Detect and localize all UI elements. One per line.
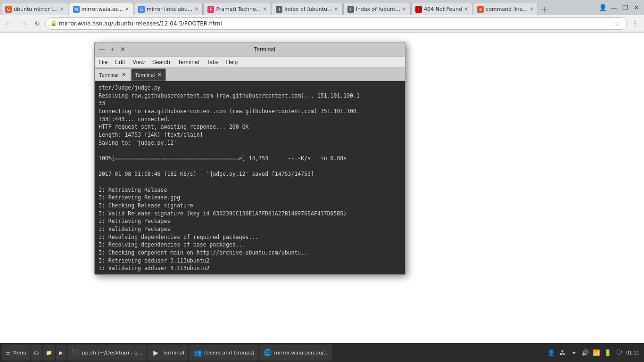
browser-close-button[interactable]: ✕ [631,2,642,13]
tab-favicon-8: a [477,6,484,13]
reload-button[interactable]: ↻ [31,17,43,30]
browser-profile-icon[interactable]: 👤 [597,2,608,13]
tray-user-icon[interactable]: 👤 [547,348,555,357]
taskbar-item-label-2: [Users and Groups] [204,350,254,356]
back-button[interactable]: ← [3,17,15,30]
tray-battery-icon[interactable]: 🔋 [603,348,612,357]
taskbar: ☰ Menu 🗂 📁 ▶ ⬛ pp.sh (~/Desktop) - g...▶… [0,343,644,362]
tab-close-7[interactable]: ✕ [464,6,468,12]
taskbar-item-icon-3: 🌐 [263,348,272,357]
address-text: mirror.waia.asn.au/ubuntu-releases/12.04… [59,20,612,27]
tray-network-icon[interactable]: 🖧 [558,348,567,357]
taskbar-item-label-0: pp.sh (~/Desktop) - g... [82,350,143,356]
taskbar-item-0[interactable]: ⬛ pp.sh (~/Desktop) - g... [67,345,147,361]
tab-5[interactable]: I Index of /ubuntu... ✕ [272,3,342,15]
tab-1[interactable]: G ubuntu mirror l... ✕ [1,3,68,15]
terminal-menu-tabs[interactable]: Tabs [203,57,222,67]
taskbar-item-icon-1: ▶ [151,348,161,357]
terminal-tabs: Terminal ✕Terminal ✕ [95,68,405,81]
taskbar-item-2[interactable]: 👥 [Users and Groups] [189,345,258,361]
menu-icon: ☰ [6,350,10,356]
terminal-menu-file[interactable]: File [95,57,111,67]
browser-window-controls: 👤 — ❐ ✕ [597,0,644,15]
tab-label-7: 404 Not Found [424,6,462,12]
terminal-menu-search[interactable]: Search [149,57,174,67]
terminal-tab-label-2: Terminal [135,72,155,78]
fileman-icon: 📁 [46,350,52,356]
terminal-minimize-button[interactable]: — [98,45,106,54]
terminal-window: — + ✕ Terminal FileEditViewSearchTermina… [94,42,405,275]
tab-close-1[interactable]: ✕ [59,6,64,12]
tab-label-5: Index of /ubuntu... [284,6,332,12]
tray-bluetooth-icon[interactable]: ✦ [570,348,578,357]
taskbar-item-icon-2: 👥 [193,348,202,357]
terminal-tab-2[interactable]: Terminal ✕ [131,68,166,81]
taskbar-item-1[interactable]: ▶ Terminal [148,345,189,361]
tab-favicon-3: G [138,6,145,13]
taskbar-item-label-1: Terminal [163,350,185,356]
files-icon: 🗂 [34,350,39,356]
taskbar-clock: 01:11 [626,350,639,355]
forward-button[interactable]: → [17,17,29,30]
secure-icon: 🔒 [50,20,57,26]
terminal-tab-close-2[interactable]: ✕ [157,72,162,78]
tab-close-4[interactable]: ✕ [263,6,267,12]
tab-label-3: mirror links ubu... [147,6,192,12]
terminal-menu-edit[interactable]: Edit [111,57,129,67]
browser-restore-button[interactable]: ❐ [619,2,631,13]
terminal-taskbar-icon: ▶ [59,350,63,356]
tab-3[interactable]: G mirror links ubu... ✕ [134,3,203,15]
taskbar-terminal-icon[interactable]: ▶ [56,345,66,361]
tray-volume-icon[interactable]: 🔊 [581,348,589,357]
terminal-titlebar: — + ✕ Terminal [95,42,405,57]
terminal-maximize-button[interactable]: + [108,45,116,54]
tab-close-2[interactable]: ✕ [125,6,129,12]
taskbar-tray: 👤 🖧 ✦ 🔊 📶 🔋 🛡 01:11 [547,348,642,357]
terminal-menu-terminal[interactable]: Terminal [174,57,203,67]
taskbar-files-icon[interactable]: 🗂 [31,345,42,361]
browser-menu-button[interactable]: ⋮ [629,17,641,30]
tray-wifi-icon[interactable]: 📶 [592,348,601,357]
browser-minimize-button[interactable]: — [608,2,619,13]
terminal-window-controls: — + ✕ [98,45,127,54]
tab-label-1: ubuntu mirror l... [14,6,58,12]
tab-favicon-6: I [347,6,354,13]
terminal-tab-1[interactable]: Terminal ✕ [95,68,130,81]
terminal-close-button[interactable]: ✕ [118,45,127,54]
tab-label-2: mirror.waia.as... [82,6,123,12]
terminal-menubar: FileEditViewSearchTerminalTabsHelp [95,57,405,68]
tab-close-8[interactable]: ✕ [529,6,534,12]
navbar-right: ⋮ [629,17,641,30]
tab-label-6: Index of /ubunt... [356,6,400,12]
new-tab-button[interactable]: + [538,3,551,15]
tab-7[interactable]: ! 404 Not Found ✕ [411,3,472,15]
tab-close-6[interactable]: ✕ [402,6,406,12]
tab-bar: G ubuntu mirror l... ✕ M mirror.waia.as.… [0,0,644,15]
tab-4[interactable]: P Pramati Techno... ✕ [203,3,271,15]
tab-favicon-7: ! [415,6,422,13]
taskbar-fileman-icon[interactable]: 📁 [43,345,55,361]
tab-close-5[interactable]: ✕ [334,6,339,12]
terminal-output[interactable]: ster/Judge/judge.py Resolving raw.github… [95,81,405,274]
tab-label-8: command line... [486,6,528,12]
taskbar-item-label-3: mirror.waia.asn.au/... [274,350,329,356]
tray-shield-icon[interactable]: 🛡 [615,348,623,357]
terminal-menu-view[interactable]: View [129,57,149,67]
taskbar-item-3[interactable]: 🌐 mirror.waia.asn.au/... [259,345,332,361]
navbar: ← → ↻ 🔒 mirror.waia.asn.au/ubuntu-releas… [0,15,644,32]
taskbar-menu-button[interactable]: ☰ Menu [2,345,30,361]
tab-2[interactable]: M mirror.waia.as... ✕ [69,3,133,15]
tab-close-3[interactable]: ✕ [194,6,198,12]
taskbar-item-icon-0: ⬛ [71,348,80,357]
tab-8[interactable]: a command line... ✕ [473,3,538,15]
bookmark-star[interactable]: ☆ [612,19,622,28]
terminal-tab-close-1[interactable]: ✕ [122,72,126,78]
address-bar[interactable]: 🔒 mirror.waia.asn.au/ubuntu-releases/12.… [45,17,627,30]
tab-6[interactable]: I Index of /ubunt... ✕ [343,3,411,15]
terminal-menu-help[interactable]: Help [223,57,242,67]
tab-favicon-4: P [207,6,214,13]
tab-label-4: Pramati Techno... [216,6,261,12]
tab-favicon-2: M [73,6,80,13]
page-content: — + ✕ Terminal FileEditViewSearchTermina… [0,33,644,344]
tab-favicon-1: G [5,6,12,13]
